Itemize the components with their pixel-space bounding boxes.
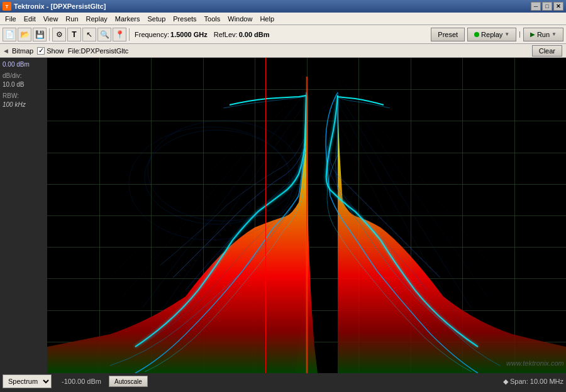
show-checkbox-item: ✓ Show (37, 47, 64, 55)
menu-window[interactable]: Window (224, 14, 256, 24)
file-label: File:DPXPersistGltc (68, 47, 129, 55)
settings-button[interactable]: ⚙ (52, 28, 66, 41)
app-title: Tektronix - [DPXPersistGltc] (14, 3, 106, 10)
menu-replay[interactable]: Replay (82, 14, 111, 24)
replay-dropdown-arrow[interactable]: ▼ (504, 31, 509, 37)
title-bar-left: T Tektronix - [DPXPersistGltc] (3, 2, 106, 11)
bitmap-toolbar: ◀ Bitmap ✓ Show File:DPXPersistGltc Clea… (0, 44, 566, 58)
toolbar-separator-3: | (519, 31, 521, 38)
svg-text:www.tektronix.com: www.tektronix.com (506, 359, 564, 367)
menu-setup[interactable]: Setup (144, 14, 170, 24)
cf-row: ◆ CF: 2.44660 GHz (0, 389, 566, 392)
menu-presets[interactable]: Presets (169, 14, 200, 24)
left-axis-panel: 0.00 dBm dB/div: 10.0 dB RBW: 100 kHz (0, 58, 47, 373)
reflev-value: 0.00 dBm (239, 31, 270, 38)
text-button[interactable]: T (67, 28, 81, 41)
dbm-value: -100.00 dBm (62, 378, 101, 385)
bottom-controls: Spectrum -100.00 dBm Autoscale ◆ Span: 1… (0, 373, 566, 392)
spectrum-display: www.tektronix.com (47, 58, 566, 373)
run-dropdown-arrow[interactable]: ▼ (552, 31, 557, 37)
run-label: Run (537, 31, 550, 38)
replay-dot (474, 32, 479, 37)
show-label: Show (47, 47, 64, 55)
frequency-label: Frequency: (135, 31, 169, 38)
menu-run[interactable]: Run (62, 14, 82, 24)
run-button[interactable]: ▶ Run ▼ (523, 28, 563, 41)
span-label: ◆ Span: 10.00 MHz (503, 378, 563, 386)
reflev-label: RefLev: (214, 31, 238, 38)
run-arrow-icon: ▶ (530, 31, 535, 38)
title-bar: T Tektronix - [DPXPersistGltc] ─ □ ✕ (0, 0, 566, 13)
open-button[interactable]: 📂 (18, 28, 31, 41)
replay-label: Replay (481, 31, 502, 38)
back-arrow-icon[interactable]: ◀ (4, 48, 8, 54)
bitmap-label: Bitmap (12, 47, 33, 55)
save-button[interactable]: 💾 (33, 28, 47, 41)
rbw-container: RBW: 100 kHz (3, 92, 45, 109)
autoscale-button[interactable]: Autoscale (109, 376, 148, 387)
toolbar-right: Preset Replay ▼ | ▶ Run ▼ (431, 28, 563, 41)
menu-view[interactable]: View (40, 14, 62, 24)
app-icon: T (3, 2, 11, 11)
svg-point-4 (145, 130, 289, 224)
clear-button[interactable]: Clear (532, 45, 562, 57)
main-area: 0.00 dBm dB/div: 10.0 dB RBW: 100 kHz (0, 58, 566, 373)
zoom-button[interactable]: 🔍 (97, 28, 111, 41)
db-div-container: dB/div: 10.0 dB (3, 72, 45, 89)
menu-tools[interactable]: Tools (201, 14, 225, 24)
marker-line (265, 58, 266, 373)
preset-button[interactable]: Preset (431, 28, 465, 41)
menu-bar: File Edit View Run Replay Markers Setup … (0, 13, 566, 25)
close-button[interactable]: ✕ (553, 2, 563, 11)
menu-edit[interactable]: Edit (20, 14, 40, 24)
spectrum-svg: www.tektronix.com (47, 58, 566, 373)
show-checkbox[interactable]: ✓ (37, 47, 45, 55)
title-bar-right[interactable]: ─ □ ✕ (531, 2, 563, 11)
menu-help[interactable]: Help (256, 14, 278, 24)
frequency-value: 1.5000 GHz (170, 31, 208, 38)
minimize-button[interactable]: ─ (531, 2, 541, 11)
new-button[interactable]: 📄 (3, 28, 16, 41)
replay-button[interactable]: Replay ▼ (467, 28, 516, 41)
ref-level-label: 0.00 dBm (3, 60, 45, 69)
marker-button[interactable]: 📍 (113, 28, 126, 41)
cursor-button[interactable]: ↖ (82, 28, 96, 41)
toolbar-separator-2 (129, 28, 130, 41)
spectrum-type-select[interactable]: Spectrum (3, 374, 52, 388)
main-toolbar: 📄 📂 💾 ⚙ T ↖ 🔍 📍 Frequency: 1.5000 GHz Re… (0, 25, 566, 44)
menu-markers[interactable]: Markers (111, 14, 144, 24)
menu-file[interactable]: File (1, 14, 20, 24)
spectrum-selector-row: Spectrum -100.00 dBm Autoscale ◆ Span: 1… (0, 373, 566, 389)
maximize-button[interactable]: □ (542, 2, 552, 11)
toolbar-separator-1 (49, 28, 50, 41)
